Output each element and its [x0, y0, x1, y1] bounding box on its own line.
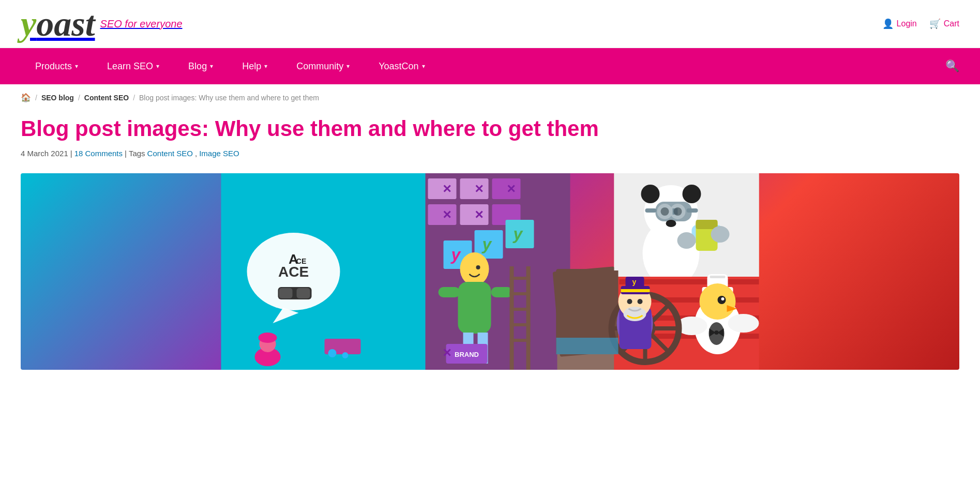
nav-item-learn-seo[interactable]: Learn SEO ▾: [93, 50, 174, 83]
svg-point-114: [627, 299, 632, 304]
nav-item-yoastcon[interactable]: YoastCon ▾: [364, 50, 439, 83]
nav-link-yoastcon[interactable]: YoastCon ▾: [364, 50, 439, 83]
main-nav: Products ▾ Learn SEO ▾ Blog ▾ Help ▾ Com: [0, 48, 980, 84]
breadcrumb-sep-1: /: [35, 94, 37, 102]
svg-point-74: [666, 220, 676, 227]
svg-rect-38: [439, 287, 460, 297]
svg-point-49: [476, 265, 480, 269]
svg-rect-71: [687, 208, 698, 213]
nav-label-yoastcon: YoastCon: [379, 61, 418, 72]
nav-item-help[interactable]: Help ▾: [228, 50, 282, 83]
svg-rect-37: [458, 282, 491, 334]
svg-text:✕: ✕: [442, 208, 451, 221]
meta-separator: |: [70, 149, 72, 158]
logo-y: y: [21, 6, 36, 41]
svg-point-99: [715, 330, 719, 335]
svg-rect-112: [621, 289, 650, 292]
svg-rect-39: [491, 287, 513, 297]
nav-link-community[interactable]: Community ▾: [282, 50, 364, 83]
svg-rect-11: [297, 288, 310, 298]
svg-text:y: y: [512, 224, 524, 243]
nav-link-products[interactable]: Products ▾: [21, 50, 93, 83]
svg-point-80: [711, 226, 730, 243]
svg-point-113: [624, 307, 646, 321]
breadcrumb: 🏠 / SEO blog / Content SEO / Blog post i…: [0, 84, 980, 111]
svg-rect-43: [526, 266, 531, 370]
svg-text:✕: ✕: [506, 183, 516, 195]
svg-text:y: y: [481, 235, 493, 253]
nav-items: Products ▾ Learn SEO ▾ Blog ▾ Help ▾ Com: [21, 50, 440, 83]
svg-point-79: [677, 232, 696, 249]
chevron-down-icon-products: ▾: [75, 63, 78, 70]
svg-point-115: [638, 299, 643, 304]
chevron-down-icon-yoastcon: ▾: [422, 63, 425, 70]
logo[interactable]: yoast SEO for everyone: [21, 6, 183, 41]
article-date: 4 March 2021: [21, 149, 68, 158]
svg-point-64: [641, 185, 660, 203]
svg-point-18: [342, 352, 349, 358]
nav-item-products[interactable]: Products ▾: [21, 50, 93, 83]
svg-rect-48: [510, 339, 531, 342]
svg-rect-70: [645, 208, 657, 213]
nav-label-help: Help: [242, 61, 261, 72]
svg-point-73: [674, 207, 682, 216]
svg-point-92: [721, 297, 725, 300]
article-meta: 4 March 2021 | 18 Comments | Tags Conten…: [21, 149, 703, 158]
svg-rect-95: [710, 276, 726, 278]
svg-rect-10: [279, 288, 293, 298]
svg-text:✕: ✕: [442, 347, 451, 359]
tag-content-seo[interactable]: Content SEO: [147, 149, 193, 158]
article-header: Blog post images: Why use them and where…: [0, 111, 724, 168]
chevron-down-icon-community: ▾: [346, 63, 350, 70]
nav-link-blog[interactable]: Blog ▾: [174, 50, 228, 83]
svg-text:y: y: [450, 245, 462, 264]
svg-rect-117: [556, 338, 619, 354]
breadcrumb-sep-3: /: [133, 94, 135, 102]
tag-image-seo[interactable]: Image SEO: [199, 149, 239, 158]
svg-text:BRAND: BRAND: [455, 351, 479, 358]
cart-label: Cart: [944, 19, 959, 28]
site-header: yoast SEO for everyone 👤 Login 🛒 Cart: [0, 0, 980, 48]
logo-oast: oast: [36, 6, 95, 41]
login-link[interactable]: 👤 Login: [882, 18, 917, 29]
svg-rect-46: [510, 308, 531, 311]
chevron-down-icon-blog: ▾: [210, 63, 213, 70]
login-label: Login: [897, 19, 917, 28]
hero-image: A CE ACE ✕ ✕ ✕ ✕ ✕ y y: [21, 173, 959, 370]
nav-link-help[interactable]: Help ▾: [228, 50, 282, 83]
svg-text:y: y: [632, 278, 637, 286]
svg-text:✕: ✕: [474, 208, 484, 221]
svg-rect-42: [510, 266, 514, 370]
svg-point-36: [460, 252, 489, 285]
breadcrumb-seo-blog[interactable]: SEO blog: [41, 94, 74, 102]
nav-item-community[interactable]: Community ▾: [282, 50, 364, 83]
cart-link[interactable]: 🛒 Cart: [929, 18, 959, 29]
nav-link-learn-seo[interactable]: Learn SEO ▾: [93, 50, 174, 83]
logo-tagline: SEO for everyone: [100, 18, 183, 30]
svg-point-17: [328, 349, 337, 357]
breadcrumb-content-seo[interactable]: Content SEO: [84, 94, 129, 102]
chevron-down-icon-help: ▾: [264, 63, 267, 70]
nav-label-blog: Blog: [188, 61, 207, 72]
comments-link[interactable]: 18 Comments: [74, 149, 123, 158]
user-icon: 👤: [882, 18, 894, 29]
tag-sep: ,: [195, 149, 197, 158]
svg-text:✕: ✕: [474, 183, 484, 195]
svg-rect-44: [510, 277, 531, 280]
cart-icon: 🛒: [929, 18, 941, 29]
nav-label-products: Products: [35, 61, 72, 72]
tags-label: Tags: [129, 149, 145, 158]
search-icon[interactable]: 🔍: [935, 48, 959, 84]
svg-text:✕: ✕: [442, 183, 451, 195]
chevron-down-icon-learn-seo: ▾: [156, 63, 159, 70]
hero-illustration: A CE ACE ✕ ✕ ✕ ✕ ✕ y y: [21, 173, 959, 370]
article-title: Blog post images: Why use them and where…: [21, 116, 703, 142]
svg-point-89: [700, 283, 736, 320]
header-actions: 👤 Login 🛒 Cart: [882, 18, 959, 29]
breadcrumb-sep-2: /: [78, 94, 80, 102]
home-icon[interactable]: 🏠: [21, 93, 31, 102]
nav-item-blog[interactable]: Blog ▾: [174, 50, 228, 83]
svg-point-94: [728, 314, 759, 333]
svg-rect-78: [696, 220, 718, 229]
breadcrumb-current: Blog post images: Why use them and where…: [139, 94, 319, 102]
